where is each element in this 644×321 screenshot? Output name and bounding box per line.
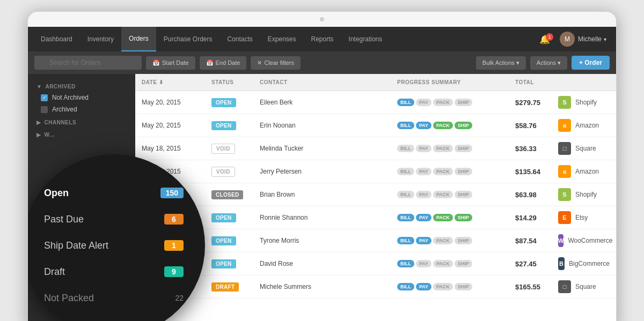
table-row[interactable]: DRAFT Michele Summers BILLPAYPACKSHIP $1… (135, 275, 616, 298)
cell-total: $58.76 (509, 117, 552, 135)
end-date-label: End Date (216, 59, 240, 66)
integration-icon: S (558, 96, 571, 109)
cell-total: $165.55 (509, 278, 552, 296)
table-row[interactable]: OPEN Ronnie Shannon BILLPAYPACKSHIP $14.… (135, 206, 616, 229)
progress-pill: PAY (416, 283, 431, 290)
progress-pill: PACK (433, 168, 453, 175)
archived-checkbox[interactable] (41, 106, 48, 113)
cell-date: May 20, 2015 (135, 94, 205, 111)
integration-icon: □ (558, 142, 571, 155)
cell-date: May 18, 2015 (135, 140, 205, 157)
status-badge: OPEN (211, 236, 236, 245)
progress-pill: PACK (433, 237, 453, 244)
cell-date: May 20, 2015 (135, 117, 205, 134)
actions-chevron-icon: ▾ (558, 59, 561, 66)
cell-progress: BILLPAYPACKSHIP (391, 117, 509, 134)
user-menu[interactable]: M Michelle ▾ (555, 32, 611, 47)
integration-name: Shopify (575, 99, 597, 106)
cell-progress: BILLPAYPACKSHIP (391, 140, 509, 157)
integration-info: W WooCommerce (558, 234, 610, 247)
cell-integration: S Shopify (552, 91, 616, 114)
sidebar-channels-section[interactable]: ▶ CHANNELS (28, 115, 135, 128)
integration-info: a Amazon (558, 165, 610, 178)
cell-total: $14.29 (509, 209, 552, 227)
actions-button[interactable]: Actions ▾ (530, 56, 567, 70)
nav-reports[interactable]: Reports (304, 27, 341, 51)
cell-contact: Melinda Tucker (253, 140, 391, 157)
table-row[interactable]: OPEN Tyrone Morris BILLPAYPACKSHIP $87.5… (135, 229, 616, 252)
progress-pills: BILLPAYPACKSHIP (397, 191, 502, 198)
cell-status: DRAFT (205, 278, 253, 296)
bulk-actions-button[interactable]: Bulk Actions ▾ (476, 56, 526, 70)
search-input[interactable] (34, 56, 142, 70)
progress-pills: BILLPAYPACKSHIP (397, 260, 502, 267)
progress-pill: BILL (397, 237, 414, 244)
integration-name: Square (575, 283, 596, 290)
nav-dashboard[interactable]: Dashboard (33, 27, 80, 51)
cell-contact: David Rose (253, 255, 391, 272)
end-date-button[interactable]: 📅 End Date (200, 56, 247, 70)
progress-pill: SHIP (455, 191, 472, 198)
user-chevron-icon: ▾ (604, 36, 606, 42)
sidebar-not-archived[interactable]: ✓ Not Archived (28, 92, 135, 103)
progress-pill: BILL (397, 191, 414, 198)
calendar-icon-2: 📅 (206, 59, 214, 66)
sort-icon[interactable]: ⬇ (159, 79, 164, 85)
cell-date (135, 259, 205, 268)
progress-pill: BILL (397, 99, 414, 106)
status-badge: DRAFT (211, 282, 239, 292)
sidebar-warehouse-section[interactable]: ▶ W... (28, 128, 135, 140)
progress-pill: BILL (397, 283, 414, 290)
sidebar: ▼ ARCHIVED ✓ Not Archived Archived ▶ CHA… (28, 74, 135, 321)
table-row[interactable]: May 20, 2015 OPEN Eileen Berk BILLPAYPAC… (135, 91, 616, 114)
cell-progress: BILLPAYPACKSHIP (391, 232, 509, 249)
integration-name: Amazon (575, 122, 599, 129)
nav-purchase-orders[interactable]: Purchase Orders (156, 27, 220, 51)
table-row[interactable]: CLOSED Brian Brown BILLPAYPACKSHIP $63.9… (135, 183, 616, 206)
cell-total: $87.54 (509, 232, 552, 250)
table-row[interactable]: May 18, 2015 VOID Jerry Petersen BILLPAY… (135, 160, 616, 183)
progress-pills: BILLPAYPACKSHIP (397, 145, 502, 152)
notifications-bell[interactable]: 🔔 1 (534, 34, 555, 44)
cell-status: CLOSED (205, 185, 253, 204)
cell-progress: BILLPAYPACKSHIP (391, 163, 509, 180)
cell-status: VOID (205, 139, 253, 159)
nav-inventory[interactable]: Inventory (80, 27, 121, 51)
camera-icon (320, 17, 324, 21)
progress-pill: SHIP (455, 237, 472, 244)
nav-integrations[interactable]: Integrations (341, 27, 390, 51)
nav-orders[interactable]: Orders (121, 27, 156, 51)
cell-total: $279.75 (509, 94, 552, 111)
not-archived-checkbox[interactable]: ✓ (41, 94, 48, 101)
table-row[interactable]: May 20, 2015 OPEN Erin Noonan BILLPAYPAC… (135, 114, 616, 137)
add-order-button[interactable]: + Order (572, 56, 610, 70)
sidebar-archived[interactable]: Archived (28, 103, 135, 115)
status-badge: OPEN (211, 259, 236, 268)
cell-integration: □ Square (552, 137, 616, 160)
nav-contacts[interactable]: Contacts (219, 27, 260, 51)
clear-filters-button[interactable]: ✕ Clear filters (251, 56, 301, 70)
nav-expenses[interactable]: Expenses (260, 27, 304, 51)
th-progress: PROGRESS SUMMARY (391, 74, 509, 91)
progress-pill: PACK (433, 214, 453, 221)
status-badge: OPEN (211, 213, 236, 222)
progress-pill: PAY (416, 145, 431, 152)
channels-title: CHANNELS (45, 120, 77, 125)
th-contact: CONTACT (253, 74, 391, 91)
th-integration (552, 74, 616, 91)
cell-status: VOID (205, 162, 253, 182)
cell-contact: Jerry Petersen (253, 163, 391, 180)
device-frame: Dashboard Inventory Orders Purchase Orde… (27, 11, 617, 321)
table-row[interactable]: May 18, 2015 VOID Melinda Tucker BILLPAY… (135, 137, 616, 160)
status-badge: OPEN (211, 121, 236, 130)
table-row[interactable]: OPEN David Rose BILLPAYPACKSHIP $27.45 B… (135, 252, 616, 275)
progress-pill: SHIP (455, 260, 472, 267)
progress-pill: PAY (416, 260, 431, 267)
progress-pills: BILLPAYPACKSHIP (397, 283, 502, 290)
progress-pill: SHIP (455, 283, 472, 290)
progress-pill: BILL (397, 214, 414, 221)
clear-filters-label: Clear filters (264, 59, 294, 66)
start-date-button[interactable]: 📅 Start Date (146, 56, 195, 70)
search-wrapper: 🔍 (34, 56, 142, 70)
cell-status: OPEN (205, 93, 253, 112)
